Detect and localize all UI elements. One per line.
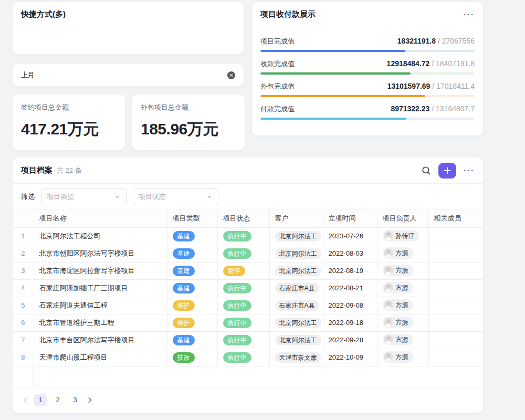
- project-status-select[interactable]: 项目状态: [133, 188, 218, 205]
- avatar: [384, 266, 393, 275]
- add-record-button[interactable]: [438, 163, 456, 178]
- progress-bar: [260, 50, 475, 52]
- tag-pill: 暂停: [223, 266, 245, 276]
- project-name-cell: 北京市管道维护三期工程: [34, 314, 167, 331]
- metric-label: 签约项目总金额: [21, 103, 117, 112]
- tag-pill: 执行中: [223, 300, 251, 311]
- select-placeholder: 项目类型: [47, 192, 74, 202]
- manager-cell: 方源: [377, 245, 428, 262]
- column-header[interactable]: 立项时间: [323, 210, 377, 227]
- members-cell: [428, 297, 483, 314]
- project-status-cell: 执行中: [217, 349, 269, 366]
- column-header[interactable]: 相关成员: [428, 210, 483, 227]
- progress-row: 项目完成值 18321191.8 / 27067556: [260, 32, 475, 54]
- avatar: [384, 283, 393, 292]
- customer-cell: 北京阿尔法工: [269, 314, 323, 331]
- more-icon[interactable]: ···: [464, 10, 475, 19]
- shortcuts-card-title: 快捷方式(多): [21, 9, 66, 19]
- filter-bar-label: 筛选: [21, 192, 35, 202]
- table-empty-region: [13, 366, 483, 387]
- project-status-cell: 执行中: [217, 245, 269, 262]
- avatar: [384, 231, 393, 240]
- date-cell: 2022-08-21: [323, 279, 377, 297]
- table-card-header: 项目档案 共 22 条 ···: [13, 158, 483, 184]
- close-circle-icon[interactable]: ✕: [227, 71, 235, 79]
- pagination-page-2[interactable]: 2: [51, 394, 64, 406]
- project-type-cell: 维护: [167, 314, 217, 331]
- table-row[interactable]: 6 北京市管道维护三期工程 维护 执行中 北京阿尔法工 2022-09-18 方…: [13, 314, 483, 331]
- customer-cell: 石家庄市A县: [269, 279, 323, 297]
- progress-label: 付款完成值: [260, 104, 295, 114]
- metric-label: 外包项目总金额: [141, 103, 236, 112]
- project-type-cell: 技改: [167, 349, 217, 366]
- metric-card-outsourced-total: 外包项目总金额 185.96万元: [132, 94, 245, 150]
- pagination-page-3[interactable]: 3: [69, 394, 81, 406]
- column-header[interactable]: 项目负责人: [377, 210, 428, 227]
- progress-value: 18321191.8 / 27067556: [397, 37, 475, 45]
- project-status-cell: 执行中: [217, 331, 269, 349]
- progress-row: 付款完成值 8971322.23 / 13164807.7: [260, 99, 475, 122]
- column-header[interactable]: 项目名称: [34, 210, 167, 227]
- date-cell: 2022-08-19: [323, 262, 377, 279]
- progress-label: 外包完成值: [260, 82, 295, 91]
- table-row[interactable]: 3 北京市海淀区阿拉蕾写字楼项目 基建 暂停 北京阿尔法工 2022-08-19…: [13, 262, 483, 279]
- date-cell: 2022-10-09: [323, 349, 377, 366]
- project-name-cell: 北京市丰台区阿尔法写字楼项目: [34, 331, 167, 349]
- customer-cell: 北京阿尔法工: [269, 262, 323, 279]
- metric-value: 185.96万元: [141, 119, 236, 140]
- project-type-cell: 维护: [167, 297, 217, 314]
- table-row[interactable]: 8 天津市爬山服工程项目 技改 执行中 天津市奈文摩 2022-10-09 方源: [13, 349, 483, 366]
- table-row[interactable]: 4 石家庄阿斯加德工厂三期项目 基建 执行中 石家庄市A县 2022-08-21…: [13, 279, 483, 297]
- date-cell: 2022-08-03: [323, 245, 377, 262]
- date-filter-label: 上月: [21, 70, 35, 80]
- pagination: 123: [13, 387, 483, 413]
- pagination-next-icon[interactable]: [86, 396, 93, 404]
- column-header[interactable]: 客户: [269, 210, 323, 227]
- members-cell: [428, 262, 483, 279]
- column-header[interactable]: 项目类型: [167, 210, 217, 227]
- customer-cell: 北京阿尔法工: [269, 331, 323, 349]
- project-name-cell: 石家庄阿道夫通信工程: [34, 297, 167, 314]
- project-type-select[interactable]: 项目类型: [41, 188, 127, 205]
- members-cell: [428, 279, 483, 297]
- tag-pill: 执行中: [223, 231, 251, 242]
- members-cell: [428, 331, 483, 349]
- tag-pill: 基建: [173, 335, 195, 345]
- tag-pill: 基建: [173, 248, 195, 259]
- pagination-page-1[interactable]: 1: [34, 394, 47, 406]
- search-icon[interactable]: [422, 166, 431, 175]
- metric-value: 417.21万元: [21, 119, 117, 140]
- avatar: [384, 248, 393, 258]
- table-header-row: 项目名称项目类型项目状态客户立项时间项目负责人相关成员: [13, 210, 483, 227]
- table-row[interactable]: 2 北京市朝阳区阿尔法写字楼项目 基建 执行中 北京阿尔法工 2022-08-0…: [13, 245, 483, 262]
- project-archive-card: 项目档案 共 22 条 ··· 筛选 项目类型 项目状态 项目名称项目类型项目状…: [13, 158, 483, 413]
- column-header[interactable]: 项目状态: [217, 210, 269, 227]
- manager-cell: 方源: [377, 279, 428, 297]
- members-cell: [428, 227, 483, 245]
- progress-row: 外包完成值 13101597.69 / 17018411.4: [260, 77, 475, 99]
- select-placeholder: 项目状态: [139, 192, 166, 202]
- customer-cell: 天津市奈文摩: [269, 349, 323, 366]
- tag-pill: 执行中: [223, 352, 251, 363]
- table-row[interactable]: 1 北京阿尔法工程公司 基建 执行中 北京阿尔法工 2023-07-26 孙传江: [13, 227, 483, 245]
- shortcuts-card-header: 快捷方式(多): [13, 2, 244, 27]
- avatar: [384, 335, 393, 344]
- date-cell: 2022-09-18: [323, 314, 377, 331]
- manager-cell: 方源: [377, 331, 428, 349]
- project-status-cell: 暂停: [217, 262, 269, 279]
- pagination-prev-icon[interactable]: [22, 396, 29, 404]
- date-filter-chip: 上月 ✕: [13, 64, 244, 86]
- project-status-cell: 执行中: [217, 227, 269, 245]
- chevron-down-icon: [114, 194, 121, 200]
- table-row[interactable]: 5 石家庄阿道夫通信工程 维护 执行中 石家庄市A县 2022-09-08 方源: [13, 297, 483, 314]
- project-type-cell: 基建: [167, 331, 217, 349]
- project-type-cell: 基建: [167, 245, 217, 262]
- row-number: 6: [13, 314, 34, 331]
- table-row[interactable]: 7 北京市丰台区阿尔法写字楼项目 基建 执行中 北京阿尔法工 2022-09-2…: [13, 331, 483, 349]
- row-number: 7: [13, 331, 34, 349]
- tag-pill: 维护: [173, 300, 195, 311]
- project-table: 项目名称项目类型项目状态客户立项时间项目负责人相关成员 1 北京阿尔法工程公司 …: [13, 210, 483, 366]
- project-name-cell: 北京市朝阳区阿尔法写字楼项目: [34, 245, 167, 262]
- row-number: 1: [13, 227, 34, 245]
- more-icon[interactable]: ···: [464, 166, 475, 175]
